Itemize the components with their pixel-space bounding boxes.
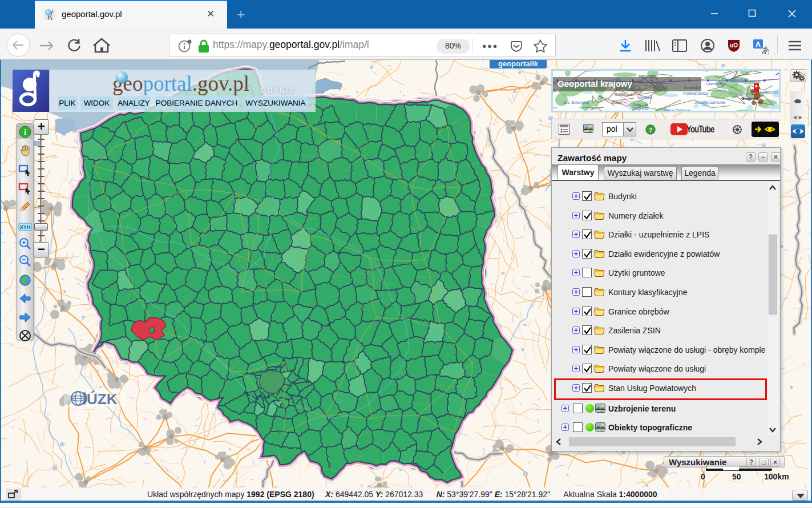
svg-text:Grajewo: Grajewo [741,96,758,101]
svg-text:Stary Las: Stary Las [632,106,649,111]
svg-text:Nielbark: Nielbark [637,96,652,100]
svg-text:Jezioro Lednickie: Jezioro Lednickie [694,100,725,104]
svg-text:A: A [756,40,761,49]
svg-text:Pontkanowica: Pontkanowica [683,91,708,95]
svg-text:あ: あ [762,45,769,54]
svg-text:wms: wms [583,128,593,134]
svg-text:Rokietnica: Rokietnica [615,92,632,96]
svg-text:ÚZK: ÚZK [87,390,118,408]
svg-text:i: i [24,128,26,136]
svg-text:?: ? [649,127,652,134]
svg-text:Kanal Zablocki: Kanal Zablocki [664,108,690,112]
svg-text:Jez. Bolunskie: Jez. Bolunskie [563,100,589,104]
svg-text:Zdzichowicka: Zdzichowicka [721,78,745,82]
svg-text:wms: wms [595,408,605,413]
svg-text:Zloteki: Zloteki [611,100,622,104]
svg-text:uO: uO [730,42,738,49]
svg-text:Soby Las: Soby Las [633,103,649,107]
svg-text:wms: wms [595,427,605,432]
svg-text:Mazurski W.: Mazurski W. [763,90,781,94]
svg-text:XYH: XYH [20,224,31,230]
svg-text:Lasexterna: Lasexterna [706,82,726,86]
